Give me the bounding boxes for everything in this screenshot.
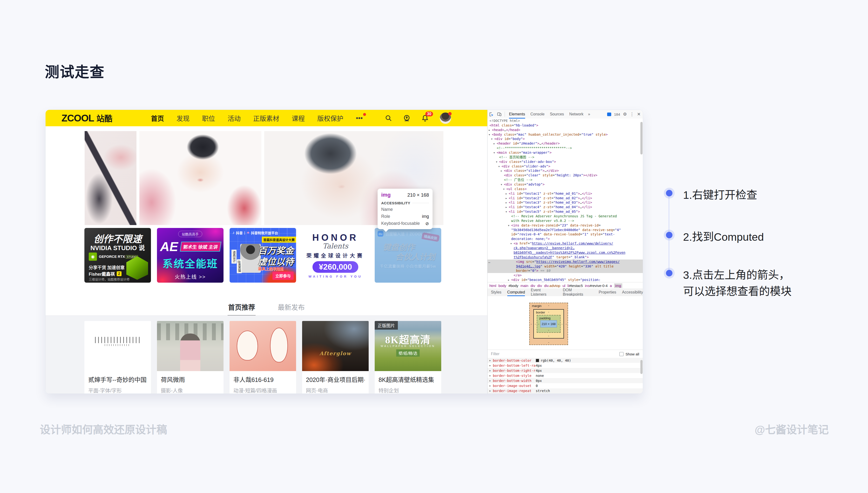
computed-property-row[interactable]: ▶border-bottom-colorrgb(40, 40, 40): [488, 358, 643, 363]
devtools-code-line[interactable]: ▼<main class="main-wrapper">: [488, 150, 643, 155]
banner-ae-course[interactable]: 站酷高高手 AE 郭术生 徐斌 主讲 系统全能班 火热上线 >>: [157, 228, 224, 283]
expand-arrow-icon[interactable]: ▶: [490, 359, 493, 362]
devtools-code-line[interactable]: <html class="hb-loaded">: [488, 123, 643, 128]
nav-item-copyright[interactable]: 版权保护: [317, 113, 343, 123]
banner-douyin-contest[interactable]: ♪ 抖音 | ✦ 抖音特效开放平台 首届抖音道具设计大赛 百万奖金 虚位以待 道…: [230, 228, 296, 283]
devtools-code-line[interactable]: decoration: none;">: [488, 237, 643, 241]
expand-arrow-icon[interactable]: ▶: [505, 205, 509, 210]
nav-item-stock[interactable]: 正版素材: [253, 113, 279, 123]
devtools-breadcrumb-item[interactable]: img: [614, 283, 622, 288]
bell-icon[interactable]: 30: [421, 114, 429, 122]
devtools-code-line[interactable]: ▼<div class="slider-adv-box">: [488, 159, 643, 164]
devtools-code-line[interactable]: <!-- 首页轮播图 -->: [488, 155, 643, 159]
devtools-code-line[interactable]: ▶<li id="testac3" z-st="home_ad_03">…</l…: [488, 200, 643, 205]
expand-arrow-icon[interactable]: ▶: [505, 192, 509, 196]
banner-cta-button[interactable]: 立即参与: [272, 272, 294, 280]
issues-icon[interactable]: [607, 112, 611, 116]
devtools-breadcrumb-item[interactable]: li#testac5: [567, 284, 583, 288]
avatar[interactable]: [440, 112, 451, 124]
collapse-arrow-icon[interactable]: ▼: [505, 210, 509, 214]
card-photography[interactable]: 荷风微雨 摄影-人像: [157, 321, 224, 393]
devtools-code-line[interactable]: …<img src="https://reviveimg.hellorf.com…: [488, 259, 643, 264]
devtools-breadcrumb-item[interactable]: div: [537, 284, 542, 288]
devtools-code-line[interactable]: <!-- Revive Adserver Asynchronous JS Tag…: [488, 214, 643, 218]
devtools-code-line[interactable]: ▼<div class="slider-adv">: [488, 164, 643, 169]
card-calligraphy[interactable]: 贰婶手写--奇妙的中国汉... 平面-字体/字形: [84, 321, 151, 393]
devtools-code-line[interactable]: <div class="clear" style="height: 20px">…: [488, 173, 643, 177]
computed-property-row[interactable]: ▶border-bottom-left-radi…4px: [488, 363, 643, 368]
nav-item-more[interactable]: •••: [356, 114, 363, 122]
expand-arrow-icon[interactable]: ▶: [490, 390, 493, 392]
computed-scrollbar-thumb[interactable]: [640, 360, 643, 374]
panel-tab-properties[interactable]: Properties: [599, 288, 616, 296]
expand-arrow-icon[interactable]: ▶: [494, 142, 497, 146]
devtools-tab-sources[interactable]: Sources: [550, 110, 564, 119]
expand-arrow-icon[interactable]: ▶: [505, 200, 509, 205]
card-wallpaper[interactable]: 正版图片 8K超高清 WALLPAPER SELECTION 壁/纸/精/选 8…: [375, 321, 441, 393]
nav-item-events[interactable]: 活动: [228, 113, 241, 123]
expand-arrow-icon[interactable]: ▶: [489, 128, 492, 132]
settings-gear-icon[interactable]: ⚙: [623, 111, 627, 117]
devtools-code-line[interactable]: ck.php?oaparams=2__bannerid=2…: [488, 246, 643, 250]
expand-arrow-icon[interactable]: ▶: [490, 364, 493, 367]
computed-property-row[interactable]: ▶border-bottom-stylenone: [488, 373, 643, 378]
devtools-breadcrumb-item[interactable]: #body: [509, 284, 518, 288]
devtools-code-line[interactable]: t%2Fbaidushurufa%2F" target="_blank">: [488, 255, 643, 259]
expand-arrow-icon[interactable]: ▶: [490, 380, 493, 382]
computed-property-row[interactable]: ▶border-image-repeatstretch: [488, 388, 643, 393]
upload-icon[interactable]: [403, 114, 410, 122]
devtools-code-line[interactable]: with Revive Adserver v5.0.2 -->: [488, 218, 643, 223]
devtools-code-line[interactable]: <!--******************************-->: [488, 146, 643, 150]
nav-item-jobs[interactable]: 职位: [202, 113, 215, 123]
devtools-code-line[interactable]: border="0"> == $0: [488, 269, 643, 273]
nav-item-courses[interactable]: 课程: [292, 113, 305, 123]
expand-arrow-icon[interactable]: ▶: [505, 196, 509, 201]
box-model[interactable]: margin border padding 210 × 168 ---- ---…: [529, 303, 568, 345]
device-toolbar-icon[interactable]: [497, 112, 502, 116]
computed-property-row[interactable]: ▶border-image-outset0: [488, 383, 643, 388]
devtools-code-line[interactable]: <!DOCTYPE html>: [488, 119, 643, 123]
devtools-breadcrumb-item[interactable]: body: [498, 284, 506, 288]
expand-arrow-icon[interactable]: ▶: [508, 278, 511, 282]
box-model-content[interactable]: 210 × 168: [540, 320, 557, 327]
devtools-code-line[interactable]: ▼<div class="advtop">: [488, 182, 643, 187]
devtools-code-line[interactable]: ▼<ul class>: [488, 187, 643, 191]
devtools-code-line[interactable]: ▶<div id="beacon_5b81b69f45" style="posi…: [488, 278, 643, 282]
box-model-border[interactable]: border padding 210 × 168 ---- ----: [533, 309, 564, 339]
panel-tab-accessibility[interactable]: Accessibility: [622, 288, 643, 296]
devtools-breadcrumb-item[interactable]: div: [531, 284, 535, 288]
devtools-code-line[interactable]: id="revive-0-4" data-revive-loaded="1" s…: [488, 232, 643, 237]
card-comic[interactable]: 非人哉616-619 动漫-短篇/四格漫画: [230, 321, 296, 393]
collapse-arrow-icon[interactable]: ▼: [503, 187, 506, 192]
devtools-code-line[interactable]: ▶<header id="zHeader">…</header>: [488, 141, 643, 146]
devtools-code-line[interactable]: "5b38456bd136d5ea2e7f1ebec0480d6e" data-…: [488, 228, 643, 232]
panel-tab-dom-breakpoints[interactable]: DOM Breakpoints: [563, 288, 593, 296]
devtools-tab-console[interactable]: Console: [531, 110, 545, 119]
close-icon[interactable]: ✕: [637, 111, 641, 117]
devtools-code-line[interactable]: ▼<div id="body">: [488, 136, 643, 141]
box-model-padding[interactable]: padding 210 × 168 ----: [537, 315, 561, 333]
devtools-code-line[interactable]: ▼<a href="https://revive.hellorf.com/www…: [488, 241, 643, 246]
inspect-element-icon[interactable]: [489, 112, 494, 117]
computed-property-row[interactable]: ▶border-bottom-right-rad…4px: [488, 368, 643, 373]
devtools-code-line[interactable]: ▼<body class="mac" huaban_collector_inje…: [488, 132, 643, 137]
card-commercial[interactable]: Afterglow 2020年·商业项目后期·课... 网页-电商: [302, 321, 369, 393]
devtools-breadcrumb-item[interactable]: a: [610, 284, 612, 288]
show-all-checkbox[interactable]: Show all: [619, 352, 643, 356]
zcool-logo[interactable]: ZCOOL 站酷: [61, 112, 112, 124]
devtools-code-line[interactable]: ▼<li id="testac5" z-st="home_ad_05">: [488, 209, 643, 214]
kebab-menu-icon[interactable]: ⋮: [630, 111, 634, 117]
banner-nvidia[interactable]: 创作不限速 NVIDIA STUDIO 说 ◉ GEFORCE RTXSTUDI…: [84, 228, 151, 283]
expand-arrow-icon[interactable]: ▶: [490, 374, 493, 377]
collapse-arrow-icon[interactable]: ▼: [491, 137, 494, 142]
collapse-arrow-icon[interactable]: ▼: [508, 223, 511, 228]
panel-tab-computed[interactable]: Computed: [507, 288, 525, 296]
devtools-code-line[interactable]: 94d1e4d….jpg" width="420" height="336" a…: [488, 264, 643, 269]
devtools-breadcrumb-item[interactable]: html: [490, 284, 496, 288]
devtools-code-line[interactable]: ▼<ins data-revive-zoneid="23" data-reviv…: [488, 223, 643, 228]
panel-tab-styles[interactable]: Styles: [491, 288, 501, 296]
banner-baidu-inspected[interactable]: du 百度输入法 | ZCOOL站酷 键盘创作 合伙人计划 千亿流量扶持 小白也…: [375, 228, 441, 283]
expand-arrow-icon[interactable]: ▶: [490, 369, 493, 372]
devtools-breadcrumb-item[interactable]: ul: [562, 284, 565, 288]
more-tabs-chevron[interactable]: »: [588, 112, 590, 116]
